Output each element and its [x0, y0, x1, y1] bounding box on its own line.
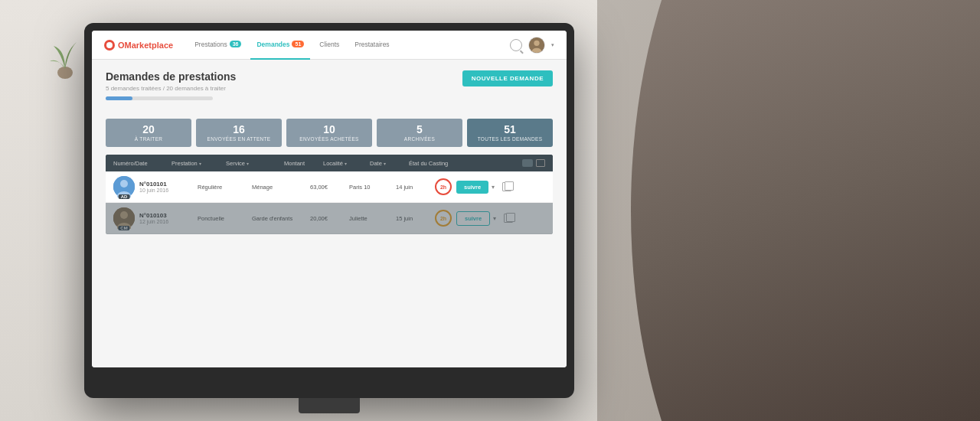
svg-point-2 — [534, 40, 539, 45]
row-montant-1: 63,00€ — [310, 184, 345, 191]
row-date-service-2: 15 juin — [396, 215, 430, 222]
th-prestation[interactable]: Prestation ▾ — [172, 160, 221, 167]
monitor-stand — [299, 398, 360, 413]
row-service-2: Garde d'enfants — [252, 215, 305, 222]
svg-point-8 — [120, 211, 128, 219]
row-actions-2: suivre — [456, 211, 513, 226]
nav-bar: OMarketplace Prestations 36 Demandes 51 … — [92, 31, 567, 60]
monitor-frame: OMarketplace Prestations 36 Demandes 51 … — [84, 23, 574, 398]
nav-item-clients[interactable]: Clients — [313, 31, 345, 60]
brand-icon — [104, 40, 115, 51]
th-date[interactable]: Date ▾ — [370, 160, 404, 167]
th-service[interactable]: Service ▾ — [226, 160, 279, 167]
suivre-button-2[interactable]: suivre — [456, 211, 490, 226]
stat-card-envoyees-attente[interactable]: 16 ENVOYÉES EN ATTENTE — [196, 119, 282, 147]
row-dropdown-2[interactable] — [493, 213, 501, 224]
brand-logo: OMarketplace — [104, 40, 173, 51]
app-ui: OMarketplace Prestations 36 Demandes 51 … — [92, 31, 567, 367]
stat-number-2: 10 — [294, 123, 364, 136]
row-localite-1: Paris 10 — [349, 184, 391, 191]
row-service-1: Ménage — [252, 184, 305, 191]
stat-label-3: ARCHIVÉES — [384, 136, 455, 142]
th-date-sort-icon: ▾ — [384, 161, 386, 166]
row-date-service-1: 14 juin — [396, 184, 430, 191]
avatar-dropdown-icon[interactable]: ▾ — [551, 42, 554, 48]
progress-bar-container — [106, 96, 213, 100]
suivre-button-1[interactable]: suivre — [456, 181, 488, 194]
nouvelle-demande-button[interactable]: NOUVELLE DEMANDE — [462, 70, 553, 86]
timer-badge-2: 2h — [435, 210, 452, 227]
svg-point-5 — [120, 180, 128, 188]
grid-view-icon[interactable] — [536, 159, 545, 167]
monitor-screen: OMarketplace Prestations 36 Demandes 51 … — [92, 31, 567, 367]
table-container: Numéro/Date Prestation ▾ Service ▾ Monta… — [106, 155, 553, 234]
nav-item-demandes[interactable]: Demandes 51 — [250, 31, 310, 60]
stat-label-2: ENVOYÉES ACHETÉES — [294, 136, 364, 142]
stat-label-4: TOUTES LES DEMANDES — [475, 136, 545, 142]
table-row: AD N°010101 10 juin 2016 Régulière Ménag… — [106, 171, 553, 203]
th-prestation-sort-icon: ▾ — [199, 161, 201, 166]
nav-item-prestataires[interactable]: Prestataires — [348, 31, 395, 60]
row-actions-1: suivre — [456, 181, 511, 194]
th-numero[interactable]: Numéro/Date — [113, 160, 167, 167]
header-row: Demandes de prestations 5 demandes trait… — [106, 70, 553, 109]
stats-row: 20 À TRAITER 16 ENVOYÉES EN ATTENTE 10 E… — [106, 119, 553, 147]
copy-icon-2[interactable] — [504, 214, 513, 223]
table-header: Numéro/Date Prestation ▾ Service ▾ Monta… — [106, 155, 553, 171]
row-prestation-2: Ponctuelle — [198, 215, 247, 222]
row-num-text-1: N°010101 — [139, 181, 193, 188]
copy-icon-1[interactable] — [502, 182, 511, 191]
row-localite-2: Juliette — [349, 215, 391, 222]
row-date-text-1: 10 juin 2016 — [139, 188, 193, 193]
brand-name: OMarketplace — [118, 41, 173, 50]
avatar-initials-ad: AD — [119, 194, 130, 199]
page-title: Demandes de prestations — [106, 70, 236, 83]
stat-number-4: 51 — [475, 123, 545, 136]
stat-number-1: 16 — [204, 123, 274, 136]
stat-card-a-traiter[interactable]: 20 À TRAITER — [106, 119, 191, 147]
progress-bar-fill — [106, 96, 132, 100]
avatar-initials-cm: CM — [118, 226, 129, 230]
th-localite-sort-icon: ▾ — [345, 161, 347, 166]
th-montant[interactable]: Montant — [284, 160, 318, 167]
plant-decoration — [46, 31, 84, 84]
th-service-sort-icon: ▾ — [247, 161, 249, 166]
row-numero-1: N°010101 10 juin 2016 — [139, 181, 193, 193]
search-icon[interactable] — [510, 39, 522, 51]
filter-dropdown-icon[interactable] — [522, 159, 533, 167]
stat-card-archivees[interactable]: 5 ARCHIVÉES — [377, 119, 462, 147]
avatar-ad: AD — [113, 176, 135, 197]
nav-badge-prestations: 36 — [230, 41, 242, 47]
row-dropdown-1[interactable] — [492, 181, 499, 192]
table-row: CM N°010103 12 juin 2016 Ponctuelle Gard… — [106, 203, 553, 234]
th-casting[interactable]: État du Casting — [409, 160, 518, 167]
timer-badge-1: 2h — [435, 178, 452, 195]
stat-label-1: ENVOYÉES EN ATTENTE — [204, 136, 274, 142]
nav-right: ▾ — [510, 37, 554, 54]
avatar-cm: CM — [113, 207, 135, 229]
row-prestation-1: Régulière — [198, 184, 247, 191]
nav-badge-demandes: 51 — [292, 41, 304, 47]
stat-number-3: 5 — [384, 123, 455, 136]
stat-label-0: À TRAITER — [113, 136, 184, 142]
nav-items: Prestations 36 Demandes 51 Clients Prest… — [188, 31, 510, 60]
row-montant-2: 20,00€ — [310, 215, 345, 222]
stat-card-toutes[interactable]: 51 TOUTES LES DEMANDES — [467, 119, 553, 147]
row-date-text-2: 12 juin 2016 — [139, 219, 193, 224]
brand-name-accent: O — [118, 41, 125, 50]
main-content: Demandes de prestations 5 demandes trait… — [92, 60, 567, 367]
table-controls — [522, 159, 545, 167]
row-num-text-2: N°010103 — [139, 212, 193, 219]
row-numero-2: N°010103 12 juin 2016 — [139, 212, 193, 224]
page-header-left: Demandes de prestations 5 demandes trait… — [106, 70, 236, 109]
page-subtitle: 5 demandes traitées / 20 demandes à trai… — [106, 85, 236, 92]
th-localite[interactable]: Localité ▾ — [323, 160, 365, 167]
stat-card-envoyees-achetees[interactable]: 10 ENVOYÉES ACHETÉES — [286, 119, 372, 147]
nav-label-clients: Clients — [319, 41, 339, 48]
stat-number-0: 20 — [113, 123, 184, 136]
nav-label-prestataires: Prestataires — [354, 41, 389, 48]
nav-label-prestations: Prestations — [194, 41, 227, 48]
svg-point-0 — [57, 67, 73, 79]
nav-item-prestations[interactable]: Prestations 36 — [188, 31, 247, 60]
avatar[interactable] — [528, 37, 545, 54]
